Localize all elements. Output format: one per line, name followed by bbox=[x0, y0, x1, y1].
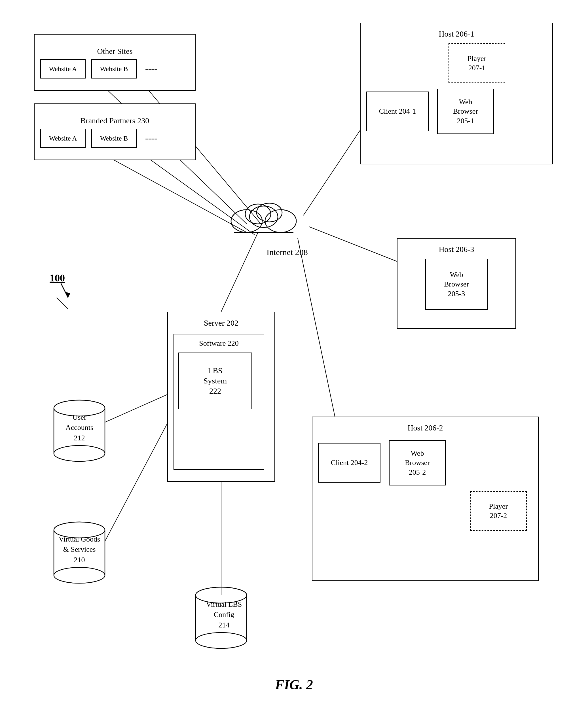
server-container: Server 202 Software 220 LBS System 222 bbox=[167, 312, 275, 482]
svg-line-39 bbox=[133, 147, 255, 235]
host2-label: Host 206-2 bbox=[318, 423, 532, 433]
host1-web-browser: Web Browser 205-1 bbox=[437, 89, 494, 134]
branded-partners-ellipsis: ---- bbox=[142, 129, 158, 148]
svg-line-43 bbox=[221, 232, 258, 312]
host2-container: Host 206-2 Client 204-2 Web Browser 205-… bbox=[312, 417, 539, 581]
svg-line-51 bbox=[57, 298, 68, 309]
branded-partners-website-b: Website B bbox=[91, 129, 136, 148]
host3-label: Host 206-3 bbox=[403, 244, 510, 255]
branded-partners-container: Branded Partners 230 Website A Website B… bbox=[34, 104, 196, 160]
host1-label: Host 206-1 bbox=[366, 29, 547, 39]
other-sites-ellipsis: ---- bbox=[142, 59, 158, 79]
svg-line-38 bbox=[91, 147, 247, 232]
software-label: Software 220 bbox=[178, 339, 259, 348]
host3-container: Host 206-3 Web Browser 205-3 bbox=[397, 238, 516, 329]
figure-label: FIG. 2 bbox=[275, 677, 313, 692]
host2-player: Player 207-2 bbox=[470, 491, 527, 531]
other-sites-website-a: Website A bbox=[40, 59, 86, 79]
ref-100: 100 bbox=[49, 272, 65, 284]
virtual-goods-label: Virtual Goods & Services 210 bbox=[52, 534, 106, 565]
svg-point-28 bbox=[54, 567, 105, 583]
svg-point-22 bbox=[54, 446, 105, 461]
server-label: Server 202 bbox=[173, 318, 269, 328]
virtual-lbs-config-label: Virtual LBS Config 214 bbox=[198, 599, 250, 630]
software-container: Software 220 LBS System 222 bbox=[173, 334, 264, 470]
svg-point-34 bbox=[196, 632, 247, 648]
user-accounts-label: User Accounts 212 bbox=[60, 412, 99, 443]
branded-partners-label: Branded Partners 230 bbox=[37, 116, 192, 126]
host3-web-browser: Web Browser 205-3 bbox=[425, 259, 488, 310]
lbs-system-box: LBS System 222 bbox=[178, 352, 252, 409]
host2-web-browser: Web Browser 205-2 bbox=[389, 440, 446, 485]
host1-container: Host 206-1 Player 207-1 Client 204-1 Web… bbox=[360, 23, 553, 165]
diagram: Other Sites Website A Website B ---- Bra… bbox=[0, 0, 588, 715]
other-sites-label: Other Sites bbox=[37, 46, 192, 57]
other-sites-website-b: Website B bbox=[91, 59, 136, 79]
svg-marker-53 bbox=[65, 292, 70, 298]
branded-partners-website-a: Website A bbox=[40, 129, 86, 148]
internet-label: Internet 208 bbox=[267, 246, 308, 258]
host2-client: Client 204-2 bbox=[318, 443, 380, 483]
host1-player: Player 207-1 bbox=[448, 43, 505, 83]
host1-client: Client 204-1 bbox=[366, 91, 429, 131]
other-sites-container: Other Sites Website A Website B ---- bbox=[34, 34, 196, 91]
svg-line-42 bbox=[298, 238, 340, 442]
